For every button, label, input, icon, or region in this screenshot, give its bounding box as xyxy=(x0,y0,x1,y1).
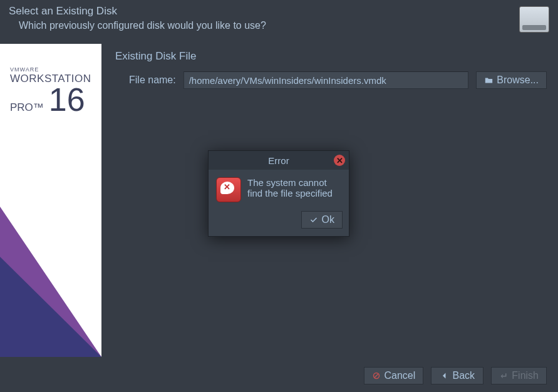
disk-icon xyxy=(519,6,549,33)
dialog-body: The system cannot find the file specifie… xyxy=(209,170,349,207)
file-field-row: File name: Browse... xyxy=(115,71,547,89)
sidebar-branding: VMWARE WORKSTATION PRO™ 16 xyxy=(0,44,101,357)
file-name-input[interactable] xyxy=(183,71,469,89)
error-dialog: Error ✕ The system cannot find the file … xyxy=(208,150,349,237)
header-text: Select an Existing Disk Which previously… xyxy=(9,4,266,31)
dialog-actions: Ok xyxy=(209,207,349,236)
browse-button[interactable]: Browse... xyxy=(476,71,547,89)
close-icon: ✕ xyxy=(336,156,343,165)
finish-button: Finish xyxy=(491,367,547,384)
logo-brand-pro: PRO™ xyxy=(10,101,44,114)
prohibit-icon xyxy=(372,371,381,380)
logo-brand-small: VMWARE xyxy=(10,66,95,73)
page-subtitle: Which previously configured disk would y… xyxy=(9,18,266,31)
dialog-titlebar[interactable]: Error ✕ xyxy=(209,151,349,170)
ok-label: Ok xyxy=(322,214,334,225)
check-icon xyxy=(309,215,318,224)
dialog-message: The system cannot find the file specifie… xyxy=(247,177,341,202)
finish-label: Finish xyxy=(512,370,539,381)
cancel-label: Cancel xyxy=(385,370,416,381)
wizard-header: Select an Existing Disk Which previously… xyxy=(0,0,558,44)
wizard-footer: Cancel Back Finish xyxy=(0,359,558,392)
section-title: Existing Disk File xyxy=(115,50,547,63)
ok-button[interactable]: Ok xyxy=(301,211,343,229)
file-label: File name: xyxy=(129,75,176,86)
page-title: Select an Existing Disk xyxy=(9,5,266,18)
back-label: Back xyxy=(453,370,475,381)
vmware-logo: VMWARE WORKSTATION PRO™ 16 xyxy=(0,44,101,115)
browse-label: Browse... xyxy=(497,75,539,86)
cancel-button[interactable]: Cancel xyxy=(364,367,424,384)
dialog-title: Error xyxy=(268,155,289,166)
dialog-close-button[interactable]: ✕ xyxy=(334,155,345,166)
svg-line-1 xyxy=(375,374,378,378)
enter-icon xyxy=(499,371,508,380)
error-icon xyxy=(216,177,241,202)
arrow-left-icon xyxy=(440,371,449,380)
folder-icon xyxy=(484,76,493,85)
back-button[interactable]: Back xyxy=(431,367,483,384)
decorative-triangle xyxy=(0,257,101,357)
logo-brand-version: 16 xyxy=(49,85,85,115)
